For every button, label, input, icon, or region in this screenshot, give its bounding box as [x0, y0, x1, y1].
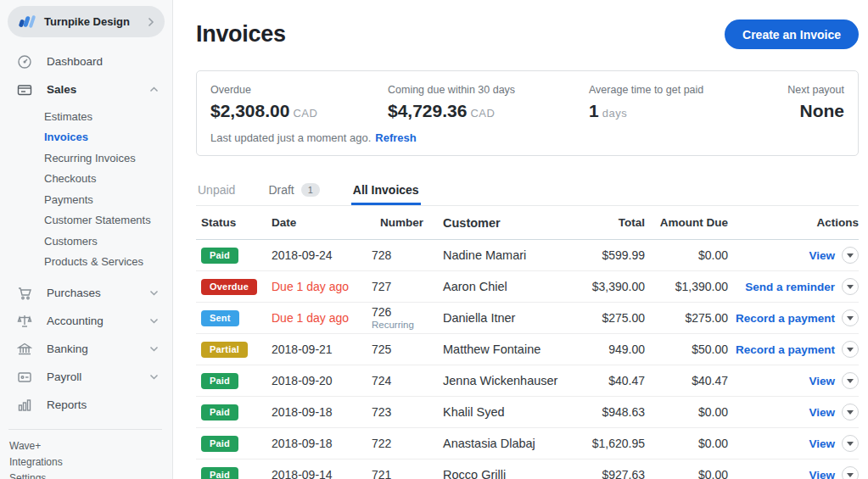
dropdown-button[interactable] — [842, 309, 859, 326]
sidebar: Turnpike Design Dashboard — [0, 0, 173, 479]
sidebar-item-customers[interactable]: Customers — [0, 231, 172, 252]
table-row: Paid 2018-09-14 721 Rocco Grilli $927.63… — [196, 460, 859, 479]
dropdown-button[interactable] — [842, 341, 859, 358]
table-row: Paid 2018-09-18 722 Anastasia Dlabaj $1,… — [196, 428, 859, 460]
status-badge: Paid — [201, 373, 238, 389]
invoices-page: Turnpike Design Dashboard — [0, 0, 868, 479]
sales-submenu: Estimates Invoices Recurring Invoices Ch… — [0, 103, 172, 279]
header-total: Total — [558, 216, 645, 229]
tab-unpaid[interactable]: Unpaid — [196, 183, 237, 205]
customer-name: Daniella Itner — [443, 311, 558, 325]
invoice-number: 728 — [372, 248, 443, 262]
sidebar-item-dashboard[interactable]: Dashboard — [0, 47, 172, 75]
sidebar-item-customer-statements[interactable]: Customer Statements — [0, 210, 172, 231]
sidebar-item-payroll[interactable]: Payroll — [0, 363, 172, 391]
dropdown-button[interactable] — [842, 404, 859, 421]
caret-down-icon — [847, 442, 854, 446]
total-amount: $1,620.95 — [558, 437, 645, 450]
sidebar-item-label: Dashboard — [47, 55, 103, 68]
overdue-amount: $2,308.00CAD — [210, 101, 388, 121]
sidebar-item-purchases[interactable]: Purchases — [0, 279, 172, 307]
amount-due: $0.00 — [645, 468, 736, 479]
invoice-tabs: Unpaid Draft 1 All Invoices — [196, 183, 859, 206]
action-link[interactable]: Record a payment — [736, 343, 835, 356]
customer-name: Matthew Fontaine — [443, 343, 558, 356]
invoice-date: Due 1 day ago — [272, 311, 372, 325]
invoice-date: Due 1 day ago — [272, 280, 372, 293]
sidebar-item-payments[interactable]: Payments — [0, 189, 172, 210]
caret-down-icon — [847, 348, 854, 352]
refresh-link[interactable]: Refresh — [375, 131, 416, 144]
caret-down-icon — [847, 410, 854, 415]
avg-time-value: 1days — [589, 101, 787, 121]
caret-down-icon — [847, 316, 854, 320]
dropdown-button[interactable] — [842, 435, 859, 452]
tab-all-invoices[interactable]: All Invoices — [351, 183, 421, 205]
action-link[interactable]: Record a payment — [736, 312, 835, 325]
action-link[interactable]: View — [809, 249, 835, 262]
summary-overdue: Overdue $2,308.00CAD — [210, 84, 388, 121]
coming-due-amount: $4,729.36CAD — [388, 101, 589, 121]
caret-down-icon — [847, 379, 854, 383]
invoice-date: 2018-09-18 — [272, 405, 372, 419]
table-row: Overdue Due 1 day ago 727 Aaron Chiel $3… — [196, 271, 859, 303]
invoice-number: 724 — [372, 374, 443, 387]
chevron-down-icon — [149, 374, 159, 380]
summary-card: Overdue $2,308.00CAD Coming due within 3… — [196, 70, 859, 156]
sidebar-item-recurring-invoices[interactable]: Recurring Invoices — [0, 148, 172, 169]
sidebar-item-sales[interactable]: Sales — [0, 75, 172, 103]
header-date: Date — [272, 216, 372, 229]
dropdown-button[interactable] — [842, 278, 859, 295]
tab-draft[interactable]: Draft 1 — [266, 183, 321, 205]
caret-down-icon — [847, 473, 854, 477]
purchases-icon — [16, 286, 33, 301]
chevron-down-icon — [149, 290, 159, 296]
header-amount-due: Amount Due — [645, 216, 736, 229]
page-header: Invoices Create an Invoice — [196, 19, 859, 49]
sidebar-item-accounting[interactable]: Accounting — [0, 307, 172, 335]
header-customer: Customer — [443, 216, 558, 230]
table-header: Status Date Number Customer Total Amount… — [196, 206, 859, 240]
dropdown-button[interactable] — [842, 372, 859, 389]
main-content: Invoices Create an Invoice Overdue $2,30… — [173, 0, 868, 479]
sidebar-item-checkouts[interactable]: Checkouts — [0, 169, 172, 190]
status-badge: Paid — [201, 404, 238, 421]
invoice-date: 2018-09-20 — [272, 374, 372, 387]
amount-due: $275.00 — [645, 311, 736, 325]
status-badge: Paid — [201, 248, 238, 264]
action-link[interactable]: Send a reminder — [745, 281, 835, 293]
dropdown-button[interactable] — [842, 247, 859, 264]
total-amount: $948.63 — [558, 405, 645, 419]
invoice-date: 2018-09-18 — [272, 437, 372, 450]
create-invoice-button[interactable]: Create an Invoice — [725, 19, 859, 49]
invoice-date: 2018-09-14 — [272, 468, 372, 479]
dropdown-button[interactable] — [842, 466, 859, 479]
action-link[interactable]: View — [809, 437, 835, 450]
chevron-down-icon — [149, 318, 159, 324]
sidebar-divider — [8, 429, 162, 430]
status-badge: Partial — [201, 342, 248, 358]
chevron-right-icon — [148, 17, 154, 27]
total-amount: $599.99 — [558, 248, 645, 262]
sidebar-item-estimates[interactable]: Estimates — [0, 106, 172, 127]
action-link[interactable]: View — [809, 406, 835, 419]
action-link[interactable]: View — [809, 469, 835, 479]
sales-icon — [16, 82, 33, 97]
sidebar-item-integrations[interactable]: Integrations — [0, 454, 172, 470]
business-switcher[interactable]: Turnpike Design — [8, 6, 165, 37]
action-link[interactable]: View — [809, 375, 835, 387]
header-number: Number — [372, 216, 443, 230]
sidebar-nav: Dashboard Sales Estimates Invoices Recur… — [0, 47, 172, 479]
sidebar-item-settings[interactable]: Settings — [0, 470, 172, 479]
sidebar-item-invoices[interactable]: Invoices — [0, 127, 172, 148]
summary-coming-due: Coming due within 30 days $4,729.36CAD — [388, 84, 589, 121]
sidebar-item-products-services[interactable]: Products & Services — [0, 252, 172, 273]
total-amount: $275.00 — [558, 311, 645, 325]
sidebar-item-reports[interactable]: Reports — [0, 391, 172, 419]
header-actions: Actions — [736, 216, 859, 229]
last-updated: Last updated just a moment ago.Refresh — [210, 131, 844, 144]
wave-logo-icon — [19, 14, 36, 30]
sidebar-item-wave-plus[interactable]: Wave+ — [0, 437, 172, 454]
sidebar-item-banking[interactable]: Banking — [0, 335, 172, 363]
total-amount: 949.00 — [558, 343, 645, 356]
